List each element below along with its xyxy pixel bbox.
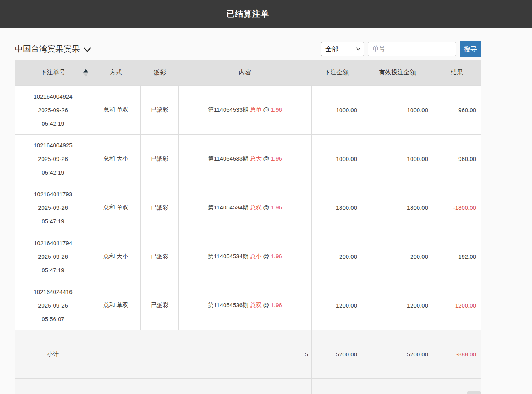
cell-payout: 已派彩 <box>141 281 179 330</box>
sort-icons <box>83 69 88 76</box>
table-row: 1021640117942025-09-2605:47:19总和 大小已派彩第1… <box>15 232 481 281</box>
content-period: 第114054533期 <box>208 106 248 113</box>
settled-bets-table: 下注单号 方式 派彩 内容 下注金额 有效投注金额 结果 10216400492… <box>15 60 481 394</box>
order-id: 102164004924 <box>15 90 91 103</box>
cell-bet-amount: 200.00 <box>312 232 362 281</box>
order-time: 05:47:19 <box>15 263 91 277</box>
content-period: 第114054534期 <box>208 204 248 211</box>
footer-label: 总计 <box>15 378 91 394</box>
filter-select[interactable]: 全部 <box>321 42 364 56</box>
content-pick: 总双 <box>250 302 262 308</box>
horizontal-scrollbar-thumb[interactable] <box>467 391 481 394</box>
order-time: 05:42:19 <box>15 117 91 130</box>
cell-result: 960.00 <box>433 85 481 134</box>
order-number-input[interactable] <box>368 42 456 56</box>
cell-bet-amount: 1000.00 <box>312 85 362 134</box>
content-at: @ <box>263 106 269 113</box>
footer-valid-amount: 5200.00 <box>362 378 433 394</box>
cell-result: 192.00 <box>433 232 481 281</box>
cell-result: -1200.00 <box>433 281 481 330</box>
content-pick: 总大 <box>250 155 262 162</box>
cell-order-id: 1021640244162025-09-2605:56:07 <box>15 281 91 330</box>
content-at: @ <box>263 155 269 162</box>
content-period: 第114054533期 <box>208 155 248 162</box>
footer-count: 5 <box>91 378 312 394</box>
content-at: @ <box>263 204 269 211</box>
table-row: 1021640049242025-09-2605:42:19总和 单双已派彩第1… <box>15 85 481 134</box>
cell-result: 960.00 <box>433 134 481 183</box>
cell-bet-amount: 1200.00 <box>312 281 362 330</box>
cell-content: 第114054536期 总双 @ 1.96 <box>179 281 312 330</box>
footer-bet-amount: 5200.00 <box>312 378 362 394</box>
content-odds: 1.96 <box>271 204 282 211</box>
order-time: 05:56:07 <box>15 312 91 326</box>
cell-payout: 已派彩 <box>141 232 179 281</box>
order-date: 2025-09-26 <box>15 152 91 166</box>
content-odds: 1.96 <box>271 302 282 308</box>
cell-order-id: 1021640049252025-09-2605:42:19 <box>15 134 91 183</box>
footer-bet-amount: 5200.00 <box>312 330 362 378</box>
cell-bet-amount: 1000.00 <box>312 134 362 183</box>
cell-order-id: 1021640049242025-09-2605:42:19 <box>15 85 91 134</box>
page-title: 已结算注单 <box>227 9 269 19</box>
cell-content: 第114054534期 总小 @ 1.96 <box>179 232 312 281</box>
cell-content: 第114054533期 总单 @ 1.96 <box>179 85 312 134</box>
search-button[interactable]: 搜寻 <box>460 41 481 57</box>
sort-asc-icon <box>83 69 88 72</box>
table-row: 1021640117932025-09-2605:47:19总和 单双已派彩第1… <box>15 183 481 232</box>
footer-result: -888.00 <box>433 330 481 378</box>
footer-count: 5 <box>91 330 312 378</box>
cell-order-id: 1021640117942025-09-2605:47:19 <box>15 232 91 281</box>
order-date: 2025-09-26 <box>15 250 91 263</box>
column-header-content: 内容 <box>179 60 312 85</box>
search-controls: 全部 搜寻 <box>321 41 481 57</box>
cell-payout: 已派彩 <box>141 183 179 232</box>
cell-order-id: 1021640117932025-09-2605:47:19 <box>15 183 91 232</box>
cell-method: 总和 大小 <box>91 232 141 281</box>
cell-valid-amount: 1800.00 <box>362 183 433 232</box>
content-odds: 1.96 <box>271 253 282 259</box>
content-pick: 总双 <box>250 204 262 211</box>
cell-payout: 已派彩 <box>141 134 179 183</box>
column-header-payout: 派彩 <box>141 60 179 85</box>
column-header-order-id[interactable]: 下注单号 <box>15 60 91 85</box>
sort-desc-icon <box>83 73 88 76</box>
cell-method: 总和 大小 <box>91 134 141 183</box>
cell-bet-amount: 1800.00 <box>312 183 362 232</box>
game-selector-label: 中国台湾宾果宾果 <box>15 43 80 54</box>
order-id: 102164004925 <box>15 138 91 152</box>
cell-valid-amount: 200.00 <box>362 232 433 281</box>
column-header-result: 结果 <box>433 60 481 85</box>
content-at: @ <box>263 253 269 259</box>
footer-label: 小计 <box>15 330 91 378</box>
column-header-valid-amount: 有效投注金额 <box>362 60 433 85</box>
table-header-row: 下注单号 方式 派彩 内容 下注金额 有效投注金额 结果 <box>15 60 481 85</box>
cell-method: 总和 单双 <box>91 281 141 330</box>
table-row: 1021640244162025-09-2605:56:07总和 单双已派彩第1… <box>15 281 481 330</box>
content-at: @ <box>263 302 269 308</box>
cell-method: 总和 单双 <box>91 85 141 134</box>
column-header-bet-amount: 下注金额 <box>312 60 362 85</box>
content-odds: 1.96 <box>271 106 282 113</box>
content-period: 第114054534期 <box>208 253 248 259</box>
subtotal-row: 小计55200.005200.00-888.00 <box>15 330 481 378</box>
table-row: 1021640049252025-09-2605:42:19总和 大小已派彩第1… <box>15 134 481 183</box>
cell-valid-amount: 1000.00 <box>362 85 433 134</box>
game-selector-dropdown[interactable]: 中国台湾宾果宾果 <box>15 43 92 54</box>
order-time: 05:47:19 <box>15 214 91 228</box>
filter-select-wrap: 全部 <box>321 42 364 56</box>
cell-content: 第114054533期 总大 @ 1.96 <box>179 134 312 183</box>
order-date: 2025-09-26 <box>15 103 91 117</box>
content-pick: 总单 <box>250 106 262 113</box>
cell-valid-amount: 1200.00 <box>362 281 433 330</box>
top-bar: 已结算注单 <box>0 0 532 28</box>
cell-valid-amount: 1000.00 <box>362 134 433 183</box>
column-header-method: 方式 <box>91 60 141 85</box>
order-date: 2025-09-26 <box>15 299 91 312</box>
cell-result: -1800.00 <box>433 183 481 232</box>
order-id: 102164024416 <box>15 285 91 299</box>
content-period: 第114054536期 <box>208 302 248 308</box>
chevron-down-icon <box>83 47 92 53</box>
total-row: 总计55200.005200.00-888.00 <box>15 378 481 394</box>
order-date: 2025-09-26 <box>15 201 91 214</box>
